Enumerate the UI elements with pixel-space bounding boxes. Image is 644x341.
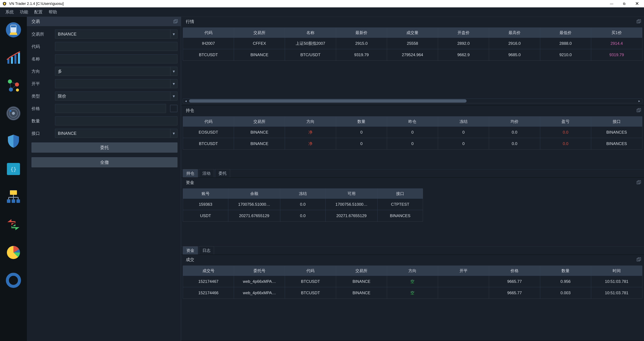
table-row[interactable]: IH2007 CFFEX 上证50股指2007 2915.0 25558 289… bbox=[183, 38, 642, 49]
col-qty[interactable]: 数量 bbox=[540, 266, 591, 276]
col-symbol[interactable]: 代码 bbox=[183, 116, 234, 126]
tab-orders[interactable]: 委托 bbox=[215, 169, 230, 177]
col-frozen[interactable]: 冻结 bbox=[438, 116, 489, 126]
col-balance[interactable]: 余额 bbox=[228, 188, 280, 199]
shield-icon[interactable] bbox=[5, 133, 22, 149]
col-avail[interactable]: 可用 bbox=[326, 188, 378, 199]
table-row[interactable]: 152174467 web_4p66xMPA… BTCUSDT BINANCE … bbox=[183, 276, 642, 287]
server-icon[interactable] bbox=[5, 189, 22, 205]
col-tradeid[interactable]: 成交号 bbox=[183, 266, 234, 276]
col-qty[interactable]: 数量 bbox=[336, 116, 387, 126]
chevron-down-icon: ▾ bbox=[170, 67, 177, 76]
svg-rect-2 bbox=[11, 25, 16, 27]
positions-panel: 持仓 代码 交易所 方向 数量 昨仓 冻结 均价 盈亏 接 bbox=[181, 106, 644, 178]
table-row[interactable]: EOSUSDT BINANCE 净 0 0 0 0.0 0.0 BINANCES bbox=[183, 126, 642, 138]
tab-positions[interactable]: 持仓 bbox=[183, 169, 198, 177]
col-time[interactable]: 时间 bbox=[591, 266, 642, 276]
col-gw[interactable]: 接口 bbox=[591, 116, 642, 126]
col-volume[interactable]: 成交量 bbox=[387, 28, 438, 38]
popout-icon[interactable] bbox=[636, 180, 641, 184]
network-icon[interactable] bbox=[5, 78, 22, 94]
scroll-thumb[interactable] bbox=[189, 99, 466, 102]
quotes-hscrollbar[interactable]: ◂ ▸ bbox=[183, 98, 642, 103]
select-offset[interactable]: ▾ bbox=[55, 79, 178, 88]
trades-grid[interactable]: 成交号 委托号 代码 交易所 方向 开平 价格 数量 时间 152174467 … bbox=[183, 266, 642, 299]
pie-icon[interactable] bbox=[5, 244, 22, 260]
strategy-icon[interactable] bbox=[5, 22, 22, 38]
submit-order-button[interactable]: 委托 bbox=[32, 142, 178, 152]
chart-icon[interactable] bbox=[5, 50, 22, 66]
col-offset[interactable]: 开平 bbox=[438, 266, 489, 276]
scroll-left-icon[interactable]: ◂ bbox=[183, 99, 189, 103]
close-button[interactable]: ✕ bbox=[635, 1, 639, 6]
popout-icon[interactable] bbox=[636, 257, 641, 262]
menu-config[interactable]: 配置 bbox=[32, 8, 44, 16]
ring-icon[interactable] bbox=[5, 272, 22, 288]
disc-icon[interactable] bbox=[5, 105, 22, 122]
col-exchange[interactable]: 交易所 bbox=[336, 266, 387, 276]
menu-help[interactable]: 帮助 bbox=[46, 8, 59, 16]
col-exchange[interactable]: 交易所 bbox=[234, 116, 285, 126]
menu-system[interactable]: 系统 bbox=[3, 8, 16, 16]
tab-log[interactable]: 日志 bbox=[199, 246, 214, 254]
col-symbol[interactable]: 代码 bbox=[183, 28, 234, 38]
table-row[interactable]: 152174466 web_4p66xMPA… BTCUSDT BINANCE … bbox=[183, 287, 642, 298]
col-dir[interactable]: 方向 bbox=[285, 116, 336, 126]
svg-point-12 bbox=[9, 88, 13, 92]
accounts-grid[interactable]: 账号 余额 冻结 可用 接口 159363 1700756.51000… 0.0… bbox=[183, 188, 423, 222]
svg-point-13 bbox=[16, 88, 19, 92]
select-type-value: 限价 bbox=[58, 94, 66, 99]
input-price[interactable] bbox=[55, 104, 166, 113]
popout-icon[interactable] bbox=[636, 108, 641, 112]
col-low[interactable]: 最低价 bbox=[540, 28, 591, 38]
svg-point-18 bbox=[10, 110, 12, 112]
select-type[interactable]: 限价 ▾ bbox=[55, 92, 178, 100]
minimize-button[interactable]: — bbox=[610, 2, 613, 5]
positions-grid[interactable]: 代码 交易所 方向 数量 昨仓 冻结 均价 盈亏 接口 EOSUSDT BINA… bbox=[183, 116, 642, 150]
col-open[interactable]: 开盘价 bbox=[438, 28, 489, 38]
menu-function[interactable]: 功能 bbox=[18, 8, 30, 16]
col-symbol[interactable]: 代码 bbox=[285, 266, 336, 276]
col-dir[interactable]: 方向 bbox=[387, 266, 438, 276]
select-gateway[interactable]: BINANCE ▾ bbox=[55, 129, 178, 138]
code-icon[interactable]: {} bbox=[5, 161, 22, 177]
col-bid1[interactable]: 买1价 bbox=[591, 28, 642, 38]
label-type: 类型 bbox=[32, 94, 52, 99]
col-name[interactable]: 名称 bbox=[285, 28, 336, 38]
col-pnl[interactable]: 盈亏 bbox=[540, 116, 591, 126]
popout-icon[interactable] bbox=[174, 19, 178, 24]
tab-active[interactable]: 活动 bbox=[199, 169, 214, 177]
select-exchange[interactable]: BINANCE ▾ bbox=[55, 30, 178, 38]
col-high[interactable]: 最高价 bbox=[489, 28, 540, 38]
price-lock-checkbox[interactable] bbox=[170, 105, 178, 112]
quotes-panel: 行情 代码 交易所 名称 最新价 成交量 开盘价 最高价 最低价 bbox=[181, 17, 644, 106]
col-frozen[interactable]: 冻结 bbox=[280, 188, 326, 199]
input-symbol[interactable] bbox=[55, 42, 178, 51]
quotes-grid[interactable]: 代码 交易所 名称 最新价 成交量 开盘价 最高价 最低价 买1价 IH2007 bbox=[183, 28, 642, 61]
col-yd[interactable]: 昨仓 bbox=[387, 116, 438, 126]
col-avg[interactable]: 均价 bbox=[489, 116, 540, 126]
transfer-icon[interactable] bbox=[5, 216, 22, 233]
table-row[interactable]: 159363 1700756.51000… 0.0 1700756.51000…… bbox=[183, 199, 423, 210]
col-last[interactable]: 最新价 bbox=[336, 28, 387, 38]
col-exchange[interactable]: 交易所 bbox=[234, 28, 285, 38]
select-direction[interactable]: 多 ▾ bbox=[55, 67, 178, 76]
cancel-all-button[interactable]: 全撤 bbox=[32, 157, 178, 167]
input-qty[interactable] bbox=[55, 116, 178, 126]
scroll-right-icon[interactable]: ▸ bbox=[636, 99, 642, 103]
col-account[interactable]: 账号 bbox=[183, 188, 228, 199]
accounts-title: 资金 bbox=[186, 180, 194, 185]
table-row[interactable]: BTCUSDT BINANCE BTC/USDT 9319.79 279524.… bbox=[183, 49, 642, 60]
col-price[interactable]: 价格 bbox=[489, 266, 540, 276]
window-title: VN Trader 2.1.4 [C:\Users\guosu] bbox=[9, 2, 64, 6]
input-name[interactable] bbox=[55, 54, 178, 63]
maximize-button[interactable]: ⧉ bbox=[623, 2, 626, 5]
select-gateway-value: BINANCE bbox=[58, 131, 76, 136]
table-row[interactable]: BTCUSDT BINANCE 净 0 0 0 0.0 0.0 BINANCES bbox=[183, 138, 642, 150]
tab-fund[interactable]: 资金 bbox=[183, 246, 198, 254]
col-gw[interactable]: 接口 bbox=[378, 188, 423, 199]
col-orderid[interactable]: 委托号 bbox=[234, 266, 285, 276]
svg-rect-36 bbox=[637, 109, 640, 112]
popout-icon[interactable] bbox=[636, 19, 641, 24]
table-row[interactable]: USDT 20271.67655129 0.0 20271.67655129 B… bbox=[183, 210, 423, 222]
